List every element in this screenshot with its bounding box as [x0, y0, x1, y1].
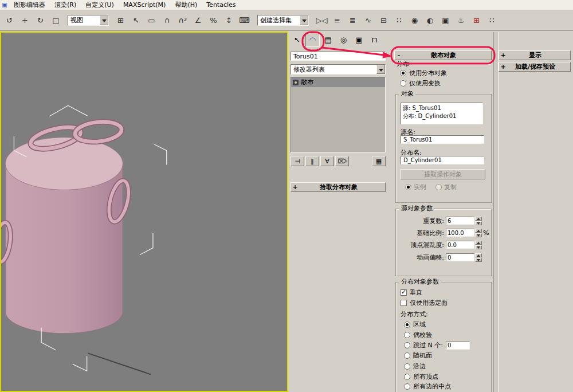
param-field[interactable]: 0.0 — [446, 241, 474, 249]
extract-operand-button[interactable]: 提取操作对象 — [401, 169, 485, 179]
modifier-list-dropdown[interactable]: 修改器列表 — [291, 64, 386, 75]
show-end-result-icon[interactable]: ‖ — [305, 156, 319, 166]
checkbox-icon[interactable] — [401, 300, 407, 306]
tab-utilities-icon[interactable]: ⊓ — [367, 33, 382, 47]
modifier-stack[interactable]: 散布 — [291, 77, 386, 152]
radio-icon[interactable] — [435, 184, 442, 190]
spinner-snap-icon[interactable]: ↕ — [222, 13, 236, 28]
named-selection-sets-icon[interactable]: ∷ — [392, 13, 406, 28]
menu-item-graph-editors[interactable]: 图形编辑器 — [9, 1, 50, 10]
checkbox-icon[interactable] — [401, 289, 407, 296]
viewport[interactable] — [0, 32, 288, 392]
method-all-edge-midpoints[interactable]: 所有边的中点 — [404, 382, 451, 391]
param-animation-offset: 动画偏移: 0 — [398, 253, 489, 262]
object-list[interactable]: 源: S_Torus01 分布: D_Cylinder01 — [401, 103, 483, 124]
method-all-vertices[interactable]: 所有顶点 — [404, 373, 438, 381]
radio-icon[interactable] — [400, 80, 406, 87]
radio-icon[interactable] — [404, 383, 410, 390]
selected-faces-checkbox-row[interactable]: 仅使用选定面 — [401, 299, 448, 307]
render-setup-icon[interactable]: ◐ — [423, 13, 437, 28]
viewport-layout-icon[interactable]: ⊞ — [113, 13, 128, 28]
method-random-faces[interactable]: 随机面 — [404, 351, 432, 360]
spinner-icon[interactable] — [475, 217, 482, 225]
param-field[interactable]: 100.0 — [446, 229, 474, 237]
chevron-down-icon[interactable] — [100, 15, 108, 25]
radio-icon[interactable] — [404, 332, 410, 338]
select-and-rotate-icon[interactable]: ↻ — [33, 13, 48, 28]
configure-modifier-sets-icon[interactable]: ▦ — [372, 156, 386, 166]
panel-scrollbar[interactable] — [493, 32, 499, 392]
menu-item-maxscript[interactable]: MAXScript(M) — [119, 1, 171, 10]
param-field[interactable]: 6 — [446, 217, 474, 225]
radio-icon[interactable] — [404, 322, 410, 328]
radio-icon[interactable] — [400, 70, 406, 76]
select-object-icon[interactable]: ↖ — [129, 13, 143, 28]
tab-create-icon[interactable]: ↖ — [290, 33, 304, 47]
radio-icon[interactable] — [404, 363, 410, 370]
spinner-icon[interactable] — [475, 253, 482, 262]
layer-manager-icon[interactable]: ≣ — [346, 13, 360, 28]
method-skip-n[interactable]: 跳过 N 个: 0 — [404, 341, 470, 350]
percent-snap-icon[interactable]: % — [206, 13, 221, 28]
make-unique-icon[interactable]: ∀ — [320, 156, 334, 166]
radio-icon[interactable] — [405, 184, 411, 190]
distribution-name-field[interactable]: D_Cylinder01 — [401, 156, 484, 164]
tab-display-icon[interactable]: ▣ — [352, 33, 366, 47]
menu-item-tentacles[interactable]: Tentacles — [202, 1, 240, 10]
radio-use-distribution-object[interactable]: 使用分布对象 — [400, 69, 489, 77]
pin-stack-icon[interactable]: ⊣ — [291, 156, 304, 166]
dot-pattern-tool-icon[interactable]: ∷ — [485, 13, 499, 28]
menu-item-rendering[interactable]: 渲染(R) — [50, 1, 81, 10]
skip-n-field[interactable]: 0 — [446, 342, 470, 350]
tab-motion-icon[interactable]: ◎ — [336, 33, 351, 47]
tab-modify-icon[interactable]: ◠ — [305, 33, 320, 47]
radio-icon[interactable] — [404, 374, 410, 380]
method-along-edges[interactable]: 沿边 — [404, 362, 426, 371]
method-even[interactable]: 偶校验 — [404, 331, 432, 339]
radio-use-transforms-only[interactable]: 仅使用变换 — [400, 79, 489, 88]
select-and-scale-icon[interactable]: □ — [49, 13, 63, 28]
snap-toggle-3d-icon[interactable]: ∩³ — [175, 13, 190, 28]
radio-icon[interactable] — [404, 352, 410, 359]
radio-instance[interactable]: 实例 — [405, 183, 426, 191]
menu-item-help[interactable]: 帮助(H) — [170, 1, 202, 10]
mirror-icon[interactable]: ▷◁ — [315, 13, 329, 28]
remove-modifier-icon[interactable]: ⌦ — [335, 156, 349, 166]
material-editor-icon[interactable]: ◉ — [407, 13, 422, 28]
curve-editor-icon[interactable]: ∿ — [361, 13, 375, 28]
method-label: 沿边 — [413, 362, 426, 371]
chevron-down-icon[interactable] — [300, 15, 308, 25]
vertical-checkbox-row[interactable]: 垂直 — [401, 288, 422, 297]
rollout-display[interactable]: + 显示 — [499, 50, 571, 60]
snap-toggle-icon[interactable]: ∩ — [160, 13, 174, 28]
named-selection-set-dropdown[interactable]: 创建选择集 — [257, 15, 309, 26]
quick-render-icon[interactable]: ♨ — [454, 13, 468, 28]
tab-hierarchy-icon[interactable]: ▤ — [321, 33, 335, 47]
selection-region-icon[interactable]: ▭ — [144, 13, 159, 28]
object-name-field[interactable]: Torus01 — [291, 52, 386, 61]
radio-icon[interactable] — [404, 342, 410, 348]
menu-item-customize[interactable]: 自定义(U) — [81, 1, 119, 10]
radio-copy[interactable]: 复制 — [435, 183, 457, 191]
spinner-icon[interactable] — [475, 229, 482, 237]
reference-coordinate-dropdown[interactable]: 视图 — [68, 15, 109, 26]
modifier-bulb-icon[interactable] — [293, 80, 299, 85]
param-field[interactable]: 0 — [446, 253, 474, 261]
angle-snap-icon[interactable]: ∠ — [191, 13, 205, 28]
lattice-tool-icon[interactable]: ⊞ — [469, 13, 484, 28]
rollout-load-save-presets[interactable]: + 加载/保存预设 — [499, 62, 571, 72]
align-icon[interactable]: ≡ — [330, 13, 344, 28]
method-area[interactable]: 区域 — [404, 320, 426, 329]
schematic-view-icon[interactable]: ⊟ — [376, 13, 391, 28]
source-name-field[interactable]: S_Torus01 — [401, 135, 484, 144]
rendered-frame-icon[interactable]: ▣ — [438, 13, 453, 28]
keyboard-override-icon[interactable]: ⌨ — [237, 13, 252, 28]
modifier-stack-item-scatter[interactable]: 散布 — [291, 77, 385, 87]
rollout-scatter-objects[interactable]: - 散布对象 — [394, 50, 492, 60]
viewport-canvas — [1, 33, 287, 391]
rollout-pick-distribution[interactable]: + 拾取分布对象 — [291, 182, 386, 192]
spinner-icon[interactable] — [475, 241, 482, 249]
chevron-down-icon[interactable] — [376, 65, 385, 74]
select-and-link-icon[interactable]: ↺ — [2, 13, 17, 28]
select-and-move-icon[interactable]: + — [18, 13, 32, 28]
